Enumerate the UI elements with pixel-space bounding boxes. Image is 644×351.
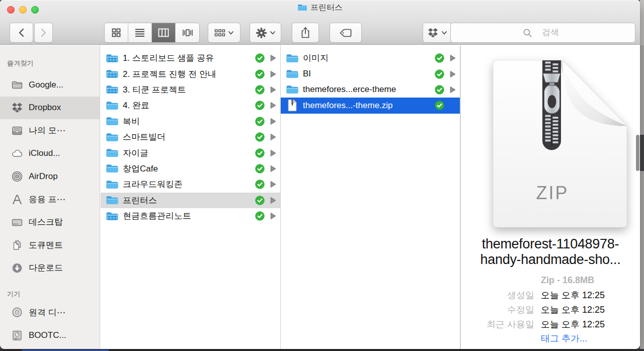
zip-type-label: ZIP [536, 183, 569, 203]
folder-icon [106, 99, 119, 112]
arrange-button[interactable] [208, 23, 240, 43]
sidebar: 즐겨찾기Google...Dropbox나의 모⋯iCloud...AirDro… [0, 45, 100, 349]
sidebar-item-label: Google... [29, 80, 63, 90]
folder-icon [286, 52, 299, 64]
sidebar-item-folder[interactable]: Google... [0, 73, 100, 97]
sync-ok-badge-icon [255, 148, 265, 158]
sync-ok-badge-icon [255, 101, 265, 110]
search-input[interactable] [451, 23, 635, 42]
downloads-icon [10, 261, 24, 275]
chevron-down-icon [441, 31, 447, 35]
folder-icon [106, 178, 119, 191]
search-field[interactable] [450, 23, 635, 43]
file-row[interactable]: 스마트빌더 [101, 129, 280, 145]
file-row[interactable]: 프린터스 [101, 193, 280, 208]
file-row[interactable]: 크라우드워킹존 [101, 177, 280, 192]
sync-ok-badge-icon [435, 69, 444, 79]
preview-kind-size: Zip - 16.8MB [541, 273, 594, 288]
file-row-label: 현금흐름관리노트 [123, 210, 191, 222]
column-view-button[interactable] [152, 23, 176, 42]
column-2: 이미지BIthemefores...erce-themethemefores..… [281, 45, 460, 349]
harddrive-icon [10, 329, 24, 342]
folder-icon [106, 115, 119, 128]
folder-icon [286, 68, 299, 80]
file-row[interactable]: BI [281, 66, 460, 81]
dropbox-icon [427, 27, 439, 38]
sidebar-item-downloads[interactable]: 다운로드 [0, 256, 100, 280]
chevron-down-icon [228, 31, 234, 35]
arrange-icon [214, 29, 225, 37]
preview-meta-value: 오늘 오후 12:25 [541, 304, 605, 316]
file-row[interactable]: 4. 완료 [101, 98, 280, 113]
window-title-label: 프린터스 [310, 3, 343, 13]
tag-button[interactable] [330, 23, 362, 43]
column-1: 1. 스토리보드 샘플 공유2. 프로젝트 진행 전 안내3. 티쿤 프로젝트4… [101, 45, 281, 349]
file-row[interactable]: themefores...erce-theme [281, 82, 460, 98]
chevron-right-icon [270, 102, 276, 109]
applications-icon [10, 193, 24, 206]
coverflow-view-button[interactable] [176, 23, 199, 42]
sidebar-item-cloud[interactable]: iCloud... [0, 142, 100, 165]
preview-scrollbar[interactable] [636, 135, 639, 171]
file-row-label: themefores...-theme.zip [303, 101, 393, 111]
chevron-right-icon [270, 149, 276, 157]
file-row[interactable]: 자이글 [101, 145, 280, 160]
folder-icon [106, 194, 119, 207]
file-row-label: 복비 [123, 116, 140, 127]
sidebar-item-airdrop[interactable]: AirDrop [0, 165, 100, 188]
tray-icon [10, 124, 24, 137]
folder-icon [106, 147, 119, 159]
file-row[interactable]: 창업Cafe [101, 161, 280, 177]
sidebar-item-label: 데스크탑 [29, 216, 63, 228]
file-row[interactable]: 이미지 [281, 50, 460, 66]
add-tags-link[interactable]: 태그 추가... [541, 332, 587, 345]
dropbox-icon [10, 101, 24, 114]
preview-file-name: themeforest-11048978- handy-handmade-sho… [461, 236, 640, 268]
chevron-left-icon [17, 28, 26, 38]
forward-button[interactable] [34, 23, 53, 43]
finder-window: 프린터스 [0, 0, 640, 349]
preview-meta-row: 최근 사용일오늘 오후 12:25 [461, 317, 640, 331]
chevron-right-icon [39, 28, 48, 38]
airdrop-icon [10, 170, 24, 183]
coverflow-view-icon [182, 28, 193, 38]
folder-icon [106, 162, 119, 175]
sync-ok-badge-icon [435, 101, 444, 110]
sidebar-item-label: 도큐멘트 [29, 239, 63, 251]
chevron-right-icon [270, 118, 276, 125]
sidebar-item-applications[interactable]: 응용 프⋯ [0, 188, 100, 211]
sidebar-item-desktop[interactable]: 데스크탑 [0, 211, 100, 234]
file-row-label: 2. 프로젝트 진행 전 안내 [123, 68, 216, 80]
list-view-button[interactable] [128, 23, 152, 42]
sidebar-item-harddrive[interactable]: BOOTC... [0, 324, 100, 347]
chevron-right-icon [270, 54, 276, 62]
sidebar-item-tray[interactable]: 나의 모⋯ [0, 119, 100, 142]
column-view-icon [158, 28, 169, 38]
cloud-icon [10, 147, 24, 160]
folder-icon [286, 83, 299, 96]
dropbox-toolbar-button[interactable] [423, 23, 452, 43]
documents-icon [10, 238, 24, 251]
file-row[interactable]: 2. 프로젝트 진행 전 안내 [101, 66, 280, 81]
file-row[interactable]: 1. 스토리보드 샘플 공유 [101, 50, 280, 66]
sync-ok-badge-icon [255, 164, 265, 173]
file-row-label: 1. 스토리보드 샘플 공유 [123, 52, 214, 64]
sidebar-item-disc[interactable]: 원격 디⋯ [0, 301, 100, 324]
file-row[interactable]: 복비 [101, 114, 280, 129]
action-button[interactable] [250, 23, 281, 43]
sidebar-item-label: iCloud... [29, 148, 60, 158]
view-switcher [104, 23, 200, 43]
preview-metadata: 생성일오늘 오후 12:25수정일오늘 오후 12:25최근 사용일오늘 오후 … [461, 288, 640, 331]
back-button[interactable] [10, 23, 33, 43]
sidebar-section-header: 기기 [0, 287, 100, 301]
file-row[interactable]: 3. 티쿤 프로젝트 [101, 82, 280, 98]
share-button[interactable] [292, 23, 319, 43]
file-row-label: 스마트빌더 [123, 131, 166, 143]
sidebar-item-dropbox[interactable]: Dropbox [0, 97, 100, 120]
icon-view-button[interactable] [105, 23, 128, 42]
sidebar-item-documents[interactable]: 도큐멘트 [0, 234, 100, 257]
sidebar-item-label: 나의 모⋯ [29, 125, 65, 136]
sidebar-item-label: BOOTC... [29, 330, 66, 340]
file-row[interactable]: 현금흐름관리노트 [101, 208, 280, 224]
file-row[interactable]: themefores...-theme.zip [281, 98, 460, 113]
